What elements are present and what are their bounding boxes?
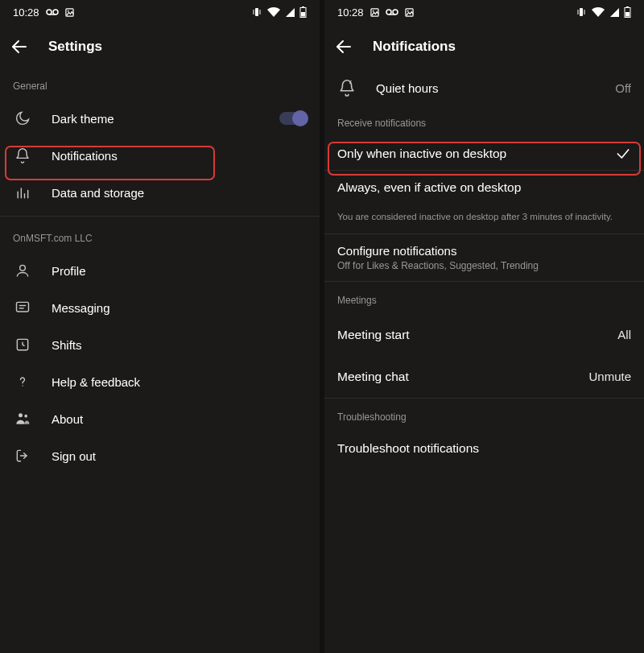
svg-rect-6	[254, 10, 254, 14]
page-title: Settings	[48, 39, 102, 55]
section-heading-org: OnMSFT.com LLC	[0, 221, 320, 252]
row-label: Help & feedback	[52, 375, 307, 389]
settings-row-dark-theme[interactable]: Dark theme	[0, 100, 320, 137]
receive-option-always[interactable]: Always, even if active on desktop	[324, 171, 644, 205]
settings-row-messaging[interactable]: Messaging	[0, 289, 320, 326]
svg-point-0	[47, 10, 52, 14]
settings-row-about[interactable]: About	[0, 400, 320, 437]
check-icon	[615, 146, 631, 162]
inactive-note: You are considered inactive on desktop a…	[324, 205, 644, 234]
dark-theme-toggle[interactable]	[279, 112, 307, 125]
image-icon	[65, 8, 74, 17]
vibrate-icon	[251, 6, 262, 18]
svg-point-31	[407, 10, 408, 11]
status-bar: 10:28	[324, 0, 644, 24]
phone-notifications: 10:28	[324, 0, 644, 653]
row-label: Profile	[52, 264, 307, 278]
bell-icon	[13, 146, 32, 165]
divider	[0, 216, 320, 217]
settings-row-help[interactable]: Help & feedback	[0, 363, 320, 400]
row-label: Configure notifications	[337, 244, 631, 258]
svg-rect-37	[625, 12, 630, 17]
svg-point-23	[24, 415, 27, 418]
settings-row-notifications[interactable]: Notifications	[0, 137, 320, 174]
battery-icon	[624, 6, 631, 18]
person-icon	[13, 261, 32, 280]
row-label: Dark theme	[52, 112, 260, 126]
wifi-icon	[267, 7, 280, 17]
svg-point-4	[67, 10, 68, 11]
meeting-start-row[interactable]: Meeting start All	[324, 314, 644, 356]
svg-text:z: z	[349, 79, 352, 85]
message-icon	[13, 298, 32, 317]
svg-point-28	[393, 10, 398, 14]
settings-row-profile[interactable]: Profile	[0, 252, 320, 289]
quiet-hours-icon: z	[337, 78, 357, 97]
svg-point-1	[53, 10, 58, 14]
image-icon	[370, 8, 379, 17]
bars-icon	[13, 183, 32, 202]
clock-icon	[13, 335, 32, 354]
signal-icon	[285, 7, 295, 17]
svg-point-26	[372, 10, 374, 11]
svg-rect-34	[584, 10, 585, 14]
settings-row-signout[interactable]: Sign out	[0, 437, 320, 474]
row-label: Shifts	[52, 338, 307, 352]
back-button[interactable]	[334, 37, 353, 56]
page-title: Notifications	[373, 39, 456, 55]
row-label: Meeting chat	[337, 370, 409, 384]
svg-point-21	[22, 385, 23, 386]
image-icon	[405, 8, 414, 17]
svg-rect-32	[580, 8, 583, 16]
svg-rect-10	[301, 12, 305, 17]
svg-point-16	[20, 265, 26, 271]
svg-rect-7	[260, 10, 261, 14]
row-label: Troubleshoot notifications	[337, 441, 479, 456]
option-label: Only when inactive on desktop	[337, 147, 506, 161]
voicemail-icon	[386, 8, 398, 16]
row-value: All	[617, 328, 631, 341]
moon-icon	[13, 109, 32, 128]
section-heading-meetings: Meetings	[324, 282, 644, 314]
teams-icon	[13, 409, 32, 428]
svg-point-27	[386, 10, 391, 14]
settings-row-shifts[interactable]: Shifts	[0, 326, 320, 363]
phone-settings: 10:28	[0, 0, 320, 653]
option-label: Always, even if active on desktop	[337, 180, 521, 195]
troubleshoot-row[interactable]: Troubleshoot notifications	[324, 431, 644, 466]
wifi-icon	[592, 7, 605, 17]
vibrate-icon	[576, 6, 587, 18]
row-value: Unmute	[588, 370, 631, 383]
status-bar: 10:28	[0, 0, 320, 24]
svg-rect-5	[255, 8, 258, 16]
battery-icon	[299, 6, 307, 18]
back-button[interactable]	[10, 37, 29, 56]
row-label: Messaging	[52, 301, 307, 315]
row-label: Data and storage	[52, 186, 307, 200]
row-label: About	[52, 412, 307, 426]
row-value: Off	[615, 81, 631, 95]
app-bar: Settings	[0, 24, 320, 69]
status-time: 10:28	[13, 6, 39, 19]
settings-row-data-storage[interactable]: Data and storage	[0, 174, 320, 211]
status-time: 10:28	[337, 6, 364, 19]
receive-option-inactive[interactable]: Only when inactive on desktop	[324, 137, 644, 171]
screenshots-pair: 10:28	[0, 0, 644, 653]
svg-rect-33	[578, 10, 579, 14]
svg-rect-17	[17, 302, 29, 312]
svg-point-22	[19, 413, 23, 417]
row-label: Sign out	[52, 449, 307, 463]
row-subtitle: Off for Likes & Reactions, Suggested, Tr…	[337, 260, 631, 271]
row-label: Notifications	[52, 149, 307, 163]
row-label: Meeting start	[337, 328, 410, 342]
help-icon	[13, 372, 32, 391]
quiet-hours-row[interactable]: z Quiet hours Off	[324, 69, 644, 106]
voicemail-icon	[46, 8, 59, 16]
signal-icon	[609, 7, 619, 17]
app-bar: Notifications	[324, 24, 644, 69]
configure-notifications-row[interactable]: Configure notifications Off for Likes & …	[324, 234, 644, 281]
section-heading-troubleshoot: Troubleshooting	[324, 399, 644, 431]
section-heading-receive: Receive notifications	[324, 106, 644, 137]
meeting-chat-row[interactable]: Meeting chat Unmute	[324, 356, 644, 398]
section-heading-general: General	[0, 69, 320, 100]
